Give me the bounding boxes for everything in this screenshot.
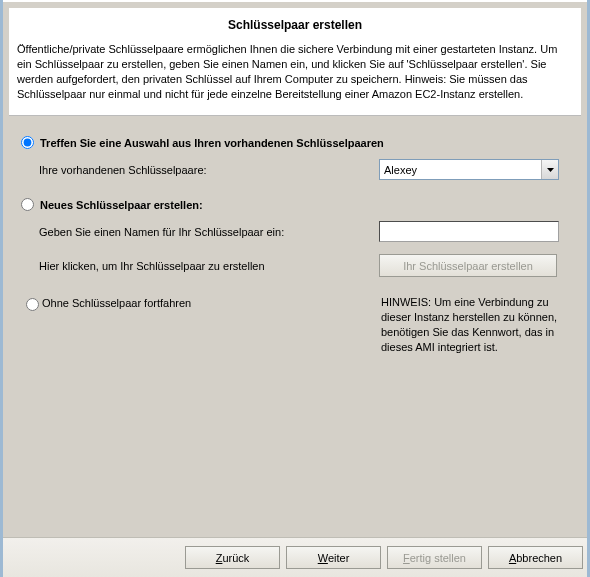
dialog-window: Schlüsselpaar erstellen Öffentliche/priv…: [0, 0, 590, 577]
dialog-title: Schlüsselpaar erstellen: [17, 18, 573, 32]
radio-label-existing: Treffen Sie eine Auswahl aus Ihren vorha…: [40, 137, 384, 149]
finish-access: F: [403, 552, 410, 564]
intro-text: Öffentliche/private Schlüsselpaare ermög…: [17, 42, 573, 101]
footer-bar: Zurück Weiter Fertig stellen Abbrechen: [3, 537, 587, 577]
back-button[interactable]: Zurück: [185, 546, 280, 569]
next-button[interactable]: Weiter: [286, 546, 381, 569]
radio-label-new: Neues Schlüsselpaar erstellen:: [40, 199, 203, 211]
radio-label-none: Ohne Schlüsselpaar fortfahren: [42, 297, 191, 309]
next-access: W: [318, 552, 328, 564]
intro-panel: Schlüsselpaar erstellen Öffentliche/priv…: [9, 8, 581, 116]
finish-button[interactable]: Fertig stellen: [387, 546, 482, 569]
header-divider: [3, 0, 587, 2]
finish-rest: ertig stellen: [410, 552, 466, 564]
back-rest: urück: [222, 552, 249, 564]
create-keypair-button[interactable]: Ihr Schlüsselpaar erstellen: [379, 254, 557, 277]
cancel-rest: bbrechen: [516, 552, 562, 564]
content-area: Treffen Sie eine Auswahl aus Ihren vorha…: [3, 122, 587, 537]
new-keypair-name-input[interactable]: [379, 221, 559, 242]
option-new-keypair: Neues Schlüsselpaar erstellen: Geben Sie…: [21, 198, 579, 277]
chevron-down-icon: [541, 160, 558, 179]
radio-no-keypair[interactable]: [26, 298, 39, 311]
no-keypair-hint: HINWEIS: Um eine Verbindung zu dieser In…: [381, 295, 561, 354]
radio-existing-keypair[interactable]: [21, 136, 34, 149]
existing-keypair-select[interactable]: Alexey: [379, 159, 559, 180]
create-keypair-hint: Hier klicken, um Ihr Schlüsselpaar zu er…: [39, 260, 379, 272]
cancel-button[interactable]: Abbrechen: [488, 546, 583, 569]
option-existing-keypair: Treffen Sie eine Auswahl aus Ihren vorha…: [21, 136, 579, 180]
select-value: Alexey: [380, 164, 541, 176]
option-no-keypair: Ohne Schlüsselpaar fortfahren HINWEIS: U…: [21, 295, 579, 354]
existing-keypair-label: Ihre vorhandenen Schlüsselpaare:: [39, 164, 379, 176]
new-keypair-name-label: Geben Sie einen Namen für Ihr Schlüsselp…: [39, 226, 379, 238]
svg-marker-0: [547, 168, 554, 172]
radio-new-keypair[interactable]: [21, 198, 34, 211]
next-rest: eiter: [328, 552, 349, 564]
